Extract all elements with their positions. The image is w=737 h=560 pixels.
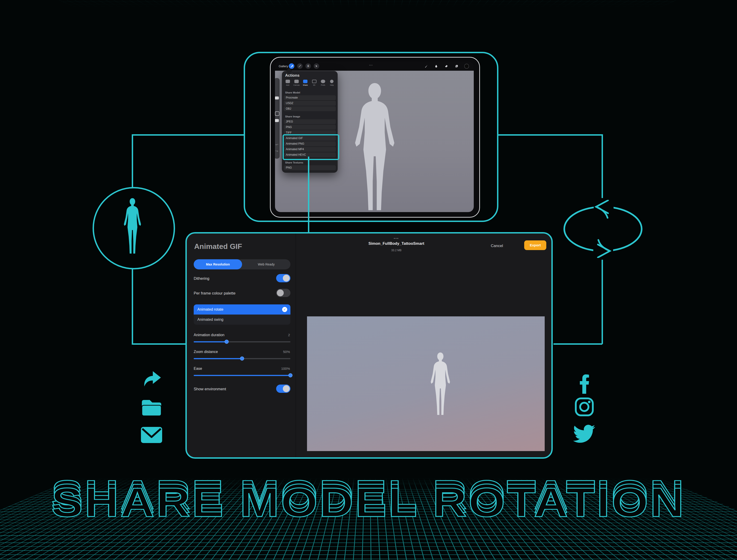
dialog-handle-dots: ••• xyxy=(348,237,445,240)
animation-duration-value: 2 xyxy=(288,333,290,337)
person-silhouette-icon xyxy=(117,198,148,256)
zoom-distance-row: Zoom distance 50% xyxy=(194,350,290,354)
connector-left-horizontal xyxy=(132,343,187,345)
toggle-knob xyxy=(283,275,290,282)
model-3d-figure xyxy=(341,82,408,212)
ease-slider[interactable] xyxy=(194,375,290,376)
dialog-title: Animated GIF xyxy=(194,242,242,251)
instagram-icon xyxy=(574,397,594,417)
sidebar-strip: ↩ ↪ xyxy=(275,78,280,159)
tab-3d[interactable]: 3D xyxy=(310,80,318,89)
tab-help[interactable]: Help xyxy=(328,80,336,89)
tab-prefs[interactable]: Prefs xyxy=(319,80,327,89)
share-model-header: Share Model xyxy=(285,91,300,94)
smudge-tool-button[interactable] xyxy=(434,64,439,68)
color-swatch-button[interactable] xyxy=(464,64,469,68)
poster-caption: SHARE MODEL ROTATION SHARE MODEL ROTATIO… xyxy=(0,480,737,536)
selection-s-icon: S xyxy=(307,64,309,68)
rotation-arrows-icon xyxy=(559,200,647,258)
actions-menu-title: Actions xyxy=(285,73,299,78)
filesize: 33.2 MB xyxy=(348,249,445,252)
smudge-icon xyxy=(435,64,438,68)
canvas-more-dots: ⋯ xyxy=(369,63,373,67)
dithering-toggle[interactable] xyxy=(276,274,290,282)
mode-animated-swing[interactable]: Animated swing xyxy=(194,315,290,325)
eraser-icon xyxy=(445,64,448,68)
wrench-icon xyxy=(290,65,293,68)
opacity-slider[interactable] xyxy=(275,119,279,122)
animation-duration-slider[interactable] xyxy=(194,341,290,342)
magic-wand-icon xyxy=(298,65,301,67)
menu-item-textures-png[interactable]: PNG xyxy=(284,165,336,170)
animation-duration-row: Animation duration 2 xyxy=(194,333,290,337)
redo-button[interactable]: ↪ xyxy=(275,149,279,153)
menu-item-jpeg[interactable]: JPEG xyxy=(284,119,336,124)
brush-size-slider[interactable] xyxy=(275,96,279,99)
menu-item-procreate[interactable]: Procreate xyxy=(284,95,336,100)
transform-arrow-icon xyxy=(315,65,318,67)
menu-item-png[interactable]: PNG xyxy=(284,125,336,130)
adjustments-button[interactable] xyxy=(297,63,303,69)
animation-mode-list: Animated rotate ✓ Animated swing xyxy=(194,304,290,325)
zoom-distance-slider[interactable] xyxy=(194,358,290,359)
share-arrow-icon xyxy=(141,370,162,389)
gif-preview xyxy=(307,316,545,451)
slider-knob[interactable] xyxy=(240,356,244,361)
slider-knob[interactable] xyxy=(288,373,292,377)
ease-value: 100% xyxy=(281,367,290,370)
brush-tool-button[interactable] xyxy=(424,64,428,68)
export-button[interactable]: Export xyxy=(524,240,546,250)
folder-icon xyxy=(140,397,163,418)
procreate-topbar: Gallery S ⋯ xyxy=(275,61,474,71)
dithering-label: Dithering xyxy=(194,276,209,281)
layers-button[interactable] xyxy=(454,64,459,68)
menu-item-obj[interactable]: OBJ xyxy=(284,106,336,111)
connector-menu-to-dialog xyxy=(308,157,309,233)
animated-gif-dialog: Animated GIF Max Resolution Web Ready Di… xyxy=(185,232,553,459)
dialog-divider xyxy=(295,233,296,457)
connector-right-upper xyxy=(602,134,603,198)
connector-left-upper xyxy=(132,134,133,188)
twitter-icon xyxy=(573,425,596,443)
show-environment-toggle[interactable] xyxy=(276,385,290,393)
actions-wrench-button[interactable] xyxy=(289,63,294,69)
email-icon xyxy=(140,426,163,444)
ease-row: Ease 100% xyxy=(194,367,290,371)
zoom-distance-value: 50% xyxy=(283,350,290,354)
animated-formats-highlight xyxy=(283,134,339,160)
tab-add[interactable]: Add xyxy=(284,80,292,89)
cancel-button[interactable]: Cancel xyxy=(491,244,503,248)
show-environment-label: Show environment xyxy=(194,387,226,391)
mode-animated-rotate[interactable]: Animated rotate ✓ xyxy=(194,304,290,315)
menu-item-usdz[interactable]: USDZ xyxy=(284,101,336,106)
eraser-tool-button[interactable] xyxy=(444,64,449,68)
toggle-knob xyxy=(277,289,284,296)
per-frame-toggle[interactable] xyxy=(276,289,290,297)
resolution-segmented-control: Max Resolution Web Ready xyxy=(194,259,290,269)
tab-share[interactable]: Share xyxy=(301,80,309,89)
brush-icon xyxy=(424,64,428,68)
caption-text: SHARE MODEL ROTATION xyxy=(0,479,737,526)
color-circle-icon xyxy=(464,64,469,69)
filename: Simon_FullBody_TattooSmart xyxy=(348,241,445,246)
tab-canvas[interactable]: Canvas xyxy=(292,80,300,89)
connector-left-lower xyxy=(132,266,133,344)
segment-web-ready[interactable]: Web Ready xyxy=(242,259,290,269)
per-frame-label: Per frame colour palette xyxy=(194,291,235,296)
share-textures-header: Share Textures xyxy=(285,161,303,164)
connector-right-horizontal xyxy=(553,343,602,345)
slider-knob[interactable] xyxy=(225,340,229,344)
ceiling-grid xyxy=(0,0,737,9)
gallery-button[interactable]: Gallery xyxy=(279,64,288,68)
transform-button[interactable] xyxy=(314,63,319,69)
check-icon: ✓ xyxy=(282,307,287,312)
selection-button[interactable]: S xyxy=(305,63,311,69)
undo-button[interactable]: ↩ xyxy=(275,143,279,147)
facebook-icon xyxy=(578,374,591,394)
layers-icon xyxy=(455,64,458,68)
modify-button[interactable] xyxy=(275,111,279,116)
share-image-header: Share Image xyxy=(285,115,300,118)
preview-model-figure xyxy=(424,345,457,424)
toggle-knob xyxy=(283,385,290,392)
segment-max-resolution[interactable]: Max Resolution xyxy=(194,259,242,269)
